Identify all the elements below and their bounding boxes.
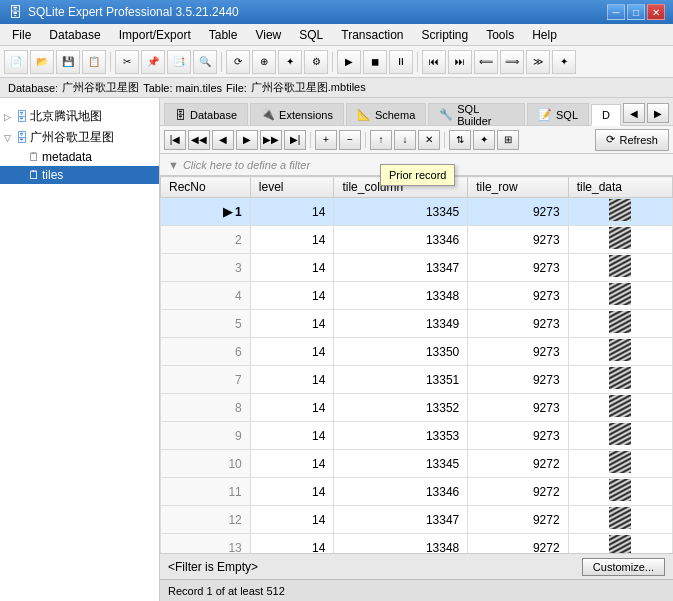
tab-sql[interactable]: 📝 SQL (527, 103, 589, 125)
toolbar-open[interactable]: 📂 (30, 50, 54, 74)
menu-import-export[interactable]: Import/Export (111, 26, 199, 44)
table-row[interactable]: 1214133479272 (161, 506, 673, 534)
minimize-button[interactable]: ─ (607, 4, 625, 20)
toolbar-btn6[interactable]: 📌 (141, 50, 165, 74)
table-row[interactable]: 314133479273 (161, 254, 673, 282)
toolbar-new[interactable]: 📄 (4, 50, 28, 74)
cell-tile-data (568, 450, 672, 478)
file-label: File: (226, 82, 247, 94)
table-row[interactable]: 914133539273 (161, 422, 673, 450)
menu-view[interactable]: View (247, 26, 289, 44)
nav-extra-btn[interactable]: ⊞ (497, 130, 519, 150)
filter-icon: ▼ (168, 159, 179, 171)
toolbar-btn8[interactable]: 🔍 (193, 50, 217, 74)
table-row[interactable]: 1114133469272 (161, 478, 673, 506)
toolbar-btn5[interactable]: ✂ (115, 50, 139, 74)
nav-sort-btn[interactable]: ⇅ (449, 130, 471, 150)
toolbar-btn10[interactable]: ⊕ (252, 50, 276, 74)
cell-tile-data (568, 506, 672, 534)
toolbar-btn20[interactable]: ≫ (526, 50, 550, 74)
customize-button[interactable]: Customize... (582, 558, 665, 576)
table-row[interactable]: 714133519273 (161, 366, 673, 394)
schema-tab-icon: 📐 (357, 108, 371, 121)
cell-recno: 6 (161, 338, 251, 366)
cell-tile-column: 13347 (334, 254, 468, 282)
table-row[interactable]: 814133529273 (161, 394, 673, 422)
tab-prev-btn[interactable]: ◀ (623, 103, 645, 123)
nav-star-btn[interactable]: ✦ (473, 130, 495, 150)
table-row[interactable]: 214133469273 (161, 226, 673, 254)
tree-item-beijing[interactable]: ▷ 🗄 北京腾讯地图 (0, 106, 159, 127)
toolbar-btn11[interactable]: ✦ (278, 50, 302, 74)
tree-item-guangzhou[interactable]: ▽ 🗄 广州谷歌卫星图 (0, 127, 159, 148)
menu-tools[interactable]: Tools (478, 26, 522, 44)
nav-first-btn[interactable]: |◀ (164, 130, 186, 150)
tree-label-beijing: 北京腾讯地图 (30, 108, 102, 125)
nav-remove-btn[interactable]: − (339, 130, 361, 150)
maximize-button[interactable]: □ (627, 4, 645, 20)
toolbar-btn9[interactable]: ⟳ (226, 50, 250, 74)
toolbar-save[interactable]: 💾 (56, 50, 80, 74)
table-row[interactable]: ▶ 114133459273 (161, 198, 673, 226)
tab-sql-builder[interactable]: 🔧 SQL Builder (428, 103, 525, 125)
nav-up-btn[interactable]: ↑ (370, 130, 392, 150)
nav-fwd-btn[interactable]: ▶ (236, 130, 258, 150)
cell-recno: 8 (161, 394, 251, 422)
toolbar-btn21[interactable]: ✦ (552, 50, 576, 74)
cell-level: 14 (250, 282, 334, 310)
tab-extensions[interactable]: 🔌 Extensions (250, 103, 344, 125)
filter-status-label: <Filter is Empty> (168, 560, 258, 574)
tree-item-tiles[interactable]: 🗒 tiles (0, 166, 159, 184)
table-container[interactable]: RecNo level tile_column tile_row tile_da… (160, 176, 673, 553)
nav-last-btn[interactable]: ▶| (284, 130, 306, 150)
toolbar-btn17[interactable]: ⏭ (448, 50, 472, 74)
cell-tile-row: 9273 (468, 310, 568, 338)
toolbar-btn19[interactable]: ⟹ (500, 50, 524, 74)
nav-add-btn[interactable]: + (315, 130, 337, 150)
menu-database[interactable]: Database (41, 26, 108, 44)
close-button[interactable]: ✕ (647, 4, 665, 20)
toolbar-btn14[interactable]: ◼ (363, 50, 387, 74)
nav-down-btn[interactable]: ↓ (394, 130, 416, 150)
menu-scripting[interactable]: Scripting (414, 26, 477, 44)
table-row[interactable]: 1314133489272 (161, 534, 673, 554)
menu-transaction[interactable]: Transaction (333, 26, 411, 44)
toolbar-btn4[interactable]: 📋 (82, 50, 106, 74)
schema-tab-label: Schema (375, 109, 415, 121)
tree-item-metadata[interactable]: 🗒 metadata (0, 148, 159, 166)
tab-database[interactable]: 🗄 Database (164, 103, 248, 125)
menu-sql[interactable]: SQL (291, 26, 331, 44)
refresh-button[interactable]: ⟳ Refresh (595, 129, 669, 151)
toolbar-btn7[interactable]: 📑 (167, 50, 191, 74)
cell-level: 14 (250, 506, 334, 534)
toolbar-btn13[interactable]: ▶ (337, 50, 361, 74)
toolbar-btn16[interactable]: ⏮ (422, 50, 446, 74)
extensions-tab-icon: 🔌 (261, 108, 275, 121)
cell-level: 14 (250, 254, 334, 282)
menu-file[interactable]: File (4, 26, 39, 44)
menu-table[interactable]: Table (201, 26, 246, 44)
cell-tile-row: 9273 (468, 226, 568, 254)
toolbar-btn15[interactable]: ⏸ (389, 50, 413, 74)
expand-icon-beijing: ▷ (4, 112, 14, 122)
menu-help[interactable]: Help (524, 26, 565, 44)
tab-next-btn[interactable]: ▶ (647, 103, 669, 123)
cell-tile-column: 13345 (334, 198, 468, 226)
tab-schema[interactable]: 📐 Schema (346, 103, 426, 125)
cell-tile-data (568, 338, 672, 366)
nav-fwd2-btn[interactable]: ▶▶ (260, 130, 282, 150)
toolbar-btn18[interactable]: ⟸ (474, 50, 498, 74)
tab-data[interactable]: D (591, 104, 621, 126)
extensions-tab-label: Extensions (279, 109, 333, 121)
table-row[interactable]: 614133509273 (161, 338, 673, 366)
toolbar-btn12[interactable]: ⚙ (304, 50, 328, 74)
nav-cancel-btn[interactable]: ✕ (418, 130, 440, 150)
app-icon: 🗄 (8, 4, 22, 20)
title-bar-left: 🗄 SQLite Expert Professional 3.5.21.2440 (8, 4, 239, 20)
nav-back-btn[interactable]: ◀ (212, 130, 234, 150)
table-row[interactable]: 414133489273 (161, 282, 673, 310)
nav-prev-btn[interactable]: ◀◀ (188, 130, 210, 150)
table-row[interactable]: 1014133459272 (161, 450, 673, 478)
cell-level: 14 (250, 198, 334, 226)
table-row[interactable]: 514133499273 (161, 310, 673, 338)
